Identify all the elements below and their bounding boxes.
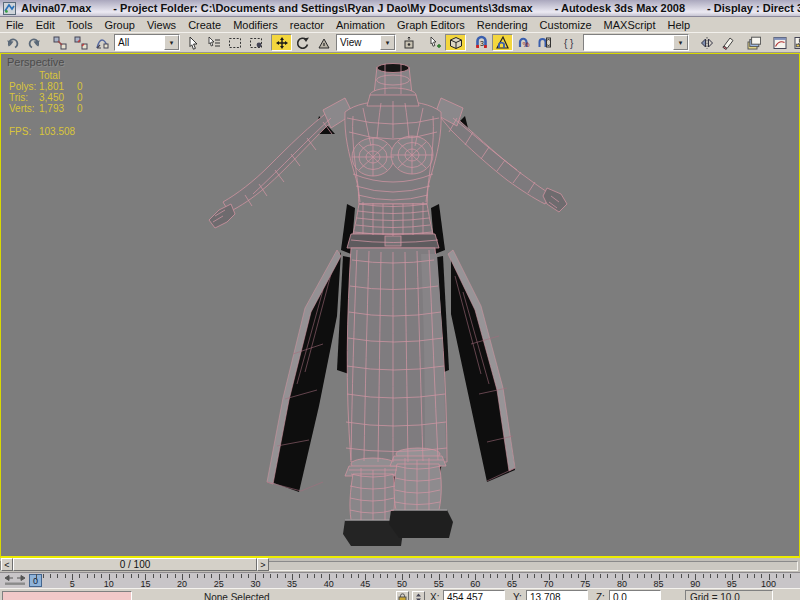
ruler-tick (607, 574, 608, 578)
stats-cell: Tris: (9, 92, 39, 103)
stats-total-header: Total (39, 70, 77, 81)
ruler-tick (131, 574, 132, 578)
ruler-tick (681, 574, 682, 578)
ruler-tick (505, 574, 506, 578)
layer-manager-button[interactable] (743, 34, 764, 51)
ruler-tick (761, 574, 762, 578)
menu-tools[interactable]: Tools (61, 19, 99, 31)
previous-frame-button[interactable]: < (1, 558, 13, 571)
ruler-tick (483, 574, 484, 578)
stats-cell: 0 (77, 92, 97, 103)
menu-help[interactable]: Help (662, 19, 697, 31)
keyboard-override-toggle[interactable] (445, 34, 466, 51)
maxscript-mini-listener[interactable] (2, 591, 132, 600)
select-by-name-button[interactable] (203, 34, 224, 51)
schematic-view-button[interactable] (790, 34, 800, 51)
snap-3d-toggle[interactable]: 3 (471, 34, 492, 51)
trackbar-key-icon[interactable] (4, 575, 26, 586)
absolute-offset-toggle[interactable] (412, 591, 425, 600)
ruler-tick (153, 574, 154, 578)
ruler-tick (380, 574, 381, 578)
menu-animation[interactable]: Animation (330, 19, 391, 31)
ruler-tick (277, 574, 278, 578)
coord-system-dropdown[interactable]: View ▾ (336, 34, 396, 51)
select-and-link-button[interactable] (49, 34, 70, 51)
ruler-tick (519, 574, 520, 578)
stats-cell: 3,450 (39, 92, 77, 103)
ruler-tick (417, 574, 418, 578)
viewport-label[interactable]: Perspective (7, 56, 64, 68)
ruler-tick (43, 574, 44, 578)
x-coord-field[interactable]: 454.457 (443, 590, 505, 600)
select-and-move-button[interactable] (271, 34, 292, 51)
named-sets-dropdown[interactable]: ▾ (583, 34, 689, 51)
menu-graph-editors[interactable]: Graph Editors (391, 19, 471, 31)
align-button[interactable] (717, 34, 738, 51)
ruler-tick (644, 574, 645, 578)
menu-customize[interactable]: Customize (534, 19, 598, 31)
window-crossing-button[interactable] (245, 34, 266, 51)
undo-button[interactable] (2, 34, 23, 51)
menu-file[interactable]: File (0, 19, 30, 31)
angle-snap-toggle[interactable] (492, 34, 513, 51)
ruler-tick (175, 574, 176, 578)
select-and-scale-button[interactable] (313, 34, 334, 51)
main-toolbar: All ▾ View ▾ 3 % { } ▾ (0, 32, 800, 53)
bind-to-space-warp-button[interactable] (91, 34, 112, 51)
mirror-button[interactable] (696, 34, 717, 51)
selection-filter-value: All (115, 37, 164, 48)
menu-reactor[interactable]: reactor (284, 19, 330, 31)
selection-filter-dropdown[interactable]: All ▾ (114, 34, 180, 51)
ruler-tick (87, 574, 88, 578)
y-coord-field[interactable]: 13.708 (526, 590, 588, 600)
ruler-tick (490, 574, 491, 578)
unlink-selection-button[interactable] (70, 34, 91, 51)
menu-maxscript[interactable]: MAXScript (598, 19, 662, 31)
next-frame-button[interactable]: > (257, 558, 269, 571)
ruler-tick (497, 574, 498, 578)
use-pivot-center-button[interactable] (398, 34, 419, 51)
ruler-tick (358, 574, 359, 578)
edit-named-sets-button[interactable]: { } (560, 34, 581, 51)
percent-snap-toggle[interactable]: % (513, 34, 534, 51)
track-bar[interactable]: 0 51015202530354045505560657075808590951… (0, 572, 800, 588)
ruler-tick (710, 574, 711, 578)
ruler-tick (299, 574, 300, 578)
ruler-tick (123, 574, 124, 578)
ruler-tick (50, 574, 51, 578)
ruler-tick (270, 574, 271, 578)
y-coord-label: Y: (513, 592, 522, 600)
ruler-tick (615, 574, 616, 578)
select-and-rotate-button[interactable] (292, 34, 313, 51)
ruler-tick (387, 574, 388, 578)
time-slider-thumb[interactable]: 0 / 100 (13, 558, 257, 571)
menu-modifiers[interactable]: Modifiers (227, 19, 284, 31)
dropdown-arrow-icon[interactable]: ▾ (164, 35, 179, 50)
ruler-tick (754, 574, 755, 578)
dropdown-arrow-icon[interactable]: ▾ (673, 35, 688, 50)
curve-editor-button[interactable] (769, 34, 790, 51)
ruler-tick (263, 574, 264, 578)
ruler-tick (578, 574, 579, 578)
ruler-tick (651, 574, 652, 578)
menu-rendering[interactable]: Rendering (471, 19, 534, 31)
rectangular-selection-button[interactable] (224, 34, 245, 51)
menu-create[interactable]: Create (182, 19, 227, 31)
selection-lock-toggle[interactable] (396, 591, 409, 600)
fps-readout: FPS: 103.508 (9, 126, 75, 137)
time-slider[interactable]: < 0 / 100 > (0, 558, 800, 572)
z-coord-field[interactable]: 0.0 (609, 590, 661, 600)
title-filename: Alvina07.max (21, 2, 91, 14)
redo-button[interactable] (23, 34, 44, 51)
menu-views[interactable]: Views (141, 19, 182, 31)
menu-group[interactable]: Group (98, 19, 141, 31)
perspective-viewport[interactable]: Perspective Total Polys:1,8010Tris:3,450… (0, 53, 800, 558)
select-object-button[interactable] (182, 34, 203, 51)
ruler-tick (563, 574, 564, 578)
title-display: - Display : Direct 3D (707, 2, 800, 14)
menu-edit[interactable]: Edit (30, 19, 61, 31)
dropdown-arrow-icon[interactable]: ▾ (380, 35, 395, 50)
spinner-snap-toggle[interactable] (534, 34, 555, 51)
ruler-tick (395, 574, 396, 578)
select-and-manipulate-button[interactable] (424, 34, 445, 51)
